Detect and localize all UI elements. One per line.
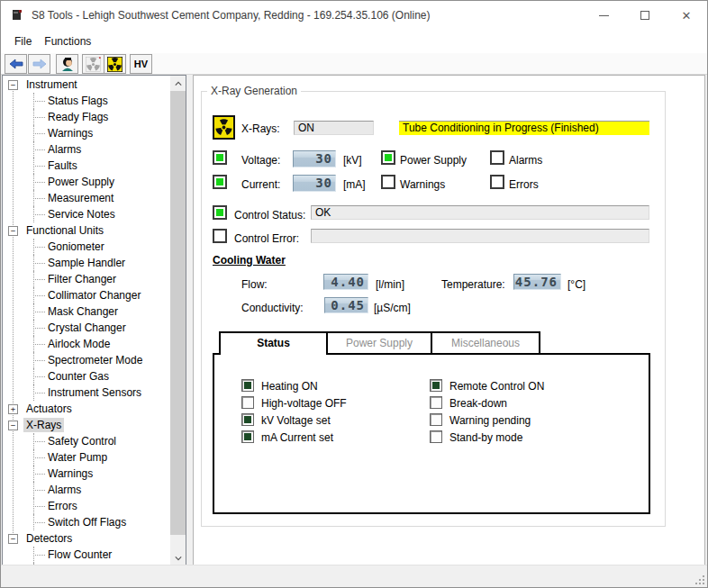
tree-item-service-notes[interactable]: Service Notes xyxy=(3,206,170,222)
expand-icon[interactable]: + xyxy=(8,404,18,414)
user-button[interactable] xyxy=(56,54,78,74)
resize-grip-icon[interactable] xyxy=(703,583,704,584)
flag-checkbox[interactable] xyxy=(241,396,254,409)
collapse-icon[interactable]: − xyxy=(8,80,18,90)
flag-label: Break-down xyxy=(449,397,507,410)
flow-label: Flow: xyxy=(241,278,268,291)
tree-item-goniometer[interactable]: Goniometer xyxy=(3,239,170,255)
tree-item-flow-counter[interactable]: Flow Counter xyxy=(3,547,170,563)
flag-checkbox[interactable] xyxy=(430,413,442,426)
tree-item-alarms[interactable]: Alarms xyxy=(3,482,170,498)
tree-item-label[interactable]: Service Notes xyxy=(45,207,118,222)
tree-item-errors[interactable]: Errors xyxy=(3,498,170,514)
tree-item-actuators[interactable]: +Actuators xyxy=(3,401,170,417)
flag-checkbox[interactable] xyxy=(241,413,254,426)
tree-item-label[interactable]: Status Flags xyxy=(45,94,111,108)
xray-off-button[interactable] xyxy=(82,54,104,74)
tree-item-airlock-mode[interactable]: Airlock Mode xyxy=(3,336,170,352)
tree-item-ready-flags[interactable]: Ready Flags xyxy=(3,109,170,125)
tree-connector-line xyxy=(33,214,45,215)
tree-item-collimator-changer[interactable]: Collimator Changer xyxy=(3,287,170,303)
tree-item-warnings[interactable]: Warnings xyxy=(3,466,170,482)
tree-item-label[interactable]: Detectors xyxy=(23,531,75,546)
collapse-icon[interactable]: − xyxy=(8,226,18,236)
tab-power-supply[interactable]: Power Supply xyxy=(326,331,432,355)
tree-item-switch-off-flags[interactable]: Switch Off Flags xyxy=(3,514,170,530)
menu-file[interactable]: File xyxy=(8,32,38,51)
tree-item-label[interactable]: Faults xyxy=(45,158,80,173)
menu-functions[interactable]: Functions xyxy=(38,32,97,51)
tree-item-label[interactable]: Flow Counter xyxy=(45,547,114,562)
tree-item-label[interactable]: Alarms xyxy=(45,483,84,497)
collapse-icon[interactable]: − xyxy=(8,534,18,544)
forward-button[interactable] xyxy=(28,54,50,74)
tree-scrollbar[interactable] xyxy=(170,76,186,565)
tree-item-label[interactable]: Airlock Mode xyxy=(45,337,113,351)
tree-item-alarms[interactable]: Alarms xyxy=(3,141,170,158)
tree-item-status-flags[interactable]: Status Flags xyxy=(3,93,170,109)
control-status-label: Control Status: xyxy=(234,209,305,222)
flag-checkbox[interactable] xyxy=(430,396,442,409)
tree-item-label[interactable]: Warnings xyxy=(45,466,95,481)
flag-checkbox[interactable] xyxy=(241,430,254,443)
tree-item-faults[interactable]: Faults xyxy=(3,158,170,174)
maximize-button[interactable] xyxy=(624,1,666,30)
tree-item-label[interactable]: Mask Changer xyxy=(45,304,121,319)
tree-item-label[interactable]: X-Rays xyxy=(23,418,64,432)
tree-item-instrument[interactable]: −Instrument xyxy=(3,77,170,93)
xray-on-button[interactable] xyxy=(104,54,126,74)
tree-item-label[interactable]: Errors xyxy=(45,499,80,513)
tree-item-label[interactable]: Measurement xyxy=(45,191,116,205)
tree-item-label[interactable]: Collimator Changer xyxy=(45,288,143,303)
status-tab-strip: Status Power Supply Miscellaneous xyxy=(219,331,540,355)
tree-item-detectors[interactable]: −Detectors xyxy=(3,530,170,547)
tree-item-measurement[interactable]: Measurement xyxy=(3,190,170,206)
tab-miscellaneous[interactable]: Miscellaneous xyxy=(431,331,540,355)
tree-item-label[interactable]: Switch Off Flags xyxy=(45,515,129,529)
flag-checkbox[interactable] xyxy=(430,430,442,443)
tree-item-label[interactable]: Warnings xyxy=(45,126,95,140)
tree-item-label[interactable]: Spectrometer Mode xyxy=(45,353,145,367)
tree-item-label[interactable]: Water Pump xyxy=(45,450,110,465)
tree-item-label[interactable]: Ready Flags xyxy=(45,110,111,124)
collapse-icon[interactable]: − xyxy=(8,421,18,430)
tree-item-label[interactable]: Safety Control xyxy=(45,434,119,448)
tree-item-label[interactable]: Actuators xyxy=(23,402,75,416)
tree-item-x-rays[interactable]: −X-Rays xyxy=(3,417,170,433)
tree-item-label[interactable]: Sample Handler xyxy=(45,256,128,270)
tree-item-label[interactable]: Filter Changer xyxy=(45,272,119,286)
minimize-button[interactable] xyxy=(583,1,624,30)
tree-item-label[interactable]: Power Supply xyxy=(45,175,117,189)
tree-item-functional-units[interactable]: −Functional Units xyxy=(3,222,170,239)
close-button[interactable]: ✕ xyxy=(666,1,707,30)
tree-item-warnings[interactable]: Warnings xyxy=(3,125,170,141)
tree-item-power-supply[interactable]: Power Supply xyxy=(3,174,170,190)
tree-item-crystal-changer[interactable]: Crystal Changer xyxy=(3,320,170,336)
hv-button[interactable]: HV xyxy=(130,54,152,74)
scrollbar-thumb[interactable] xyxy=(170,91,186,535)
tree-item-mask-changer[interactable]: Mask Changer xyxy=(3,303,170,320)
scroll-up-button[interactable] xyxy=(170,76,186,91)
tree-item-spectrometer-mode[interactable]: Spectrometer Mode xyxy=(3,352,170,368)
scroll-down-button[interactable] xyxy=(170,550,186,565)
tree-item-water-pump[interactable]: Water Pump xyxy=(3,449,170,466)
tree-item-label[interactable]: Alarms xyxy=(45,142,84,157)
back-button[interactable] xyxy=(5,54,27,74)
tree-item-filter-changer[interactable]: Filter Changer xyxy=(3,271,170,287)
tree-item-counter-gas[interactable]: Counter Gas xyxy=(3,368,170,384)
tree-item-sample-handler[interactable]: Sample Handler xyxy=(3,255,170,271)
tree-connector-line xyxy=(33,198,45,199)
tree-item-label[interactable]: Instrument Sensors xyxy=(45,385,144,400)
tree-item-label[interactable]: Goniometer xyxy=(45,240,107,254)
tree-item-label[interactable]: Counter Gas xyxy=(45,369,112,384)
tree-item-label[interactable]: Instrument xyxy=(23,77,80,92)
tree-item-safety-control[interactable]: Safety Control xyxy=(3,433,170,449)
tree-item-instrument-sensors[interactable]: Instrument Sensors xyxy=(3,384,170,401)
flag-checkbox[interactable] xyxy=(430,379,442,392)
tree-item-label[interactable]: Functional Units xyxy=(23,223,106,238)
tree-item-label[interactable]: Crystal Changer xyxy=(45,321,129,335)
xrays-value-field: ON xyxy=(294,121,374,135)
flag-checkbox[interactable] xyxy=(241,379,254,392)
tab-status[interactable]: Status xyxy=(219,331,328,355)
temperature-lcd: 45.76 xyxy=(513,274,561,290)
